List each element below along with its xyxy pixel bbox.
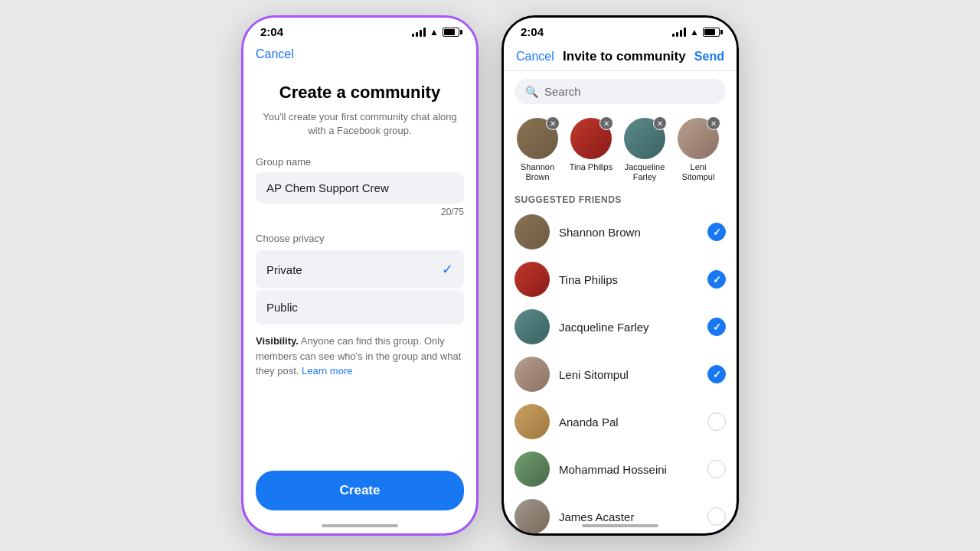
jacqueline-checkbox[interactable] — [707, 318, 726, 336]
selected-friend-shannon: ✕ Shannon Brown — [514, 118, 560, 182]
privacy-option-private[interactable]: Private ✓ — [256, 250, 464, 289]
right-status-icons: ▲ — [672, 27, 720, 37]
right-status-bar: 2:04 ▲ — [504, 18, 737, 41]
remove-leni-button[interactable]: ✕ — [707, 116, 720, 130]
choose-privacy-label: Choose privacy — [256, 233, 464, 244]
mohammad-checkbox[interactable] — [707, 460, 726, 478]
friend-row-mohammad[interactable]: Mohammad Hosseini — [504, 445, 737, 493]
search-icon: 🔍 — [525, 86, 538, 98]
group-name-input[interactable] — [256, 172, 464, 204]
right-wifi-icon: ▲ — [690, 27, 699, 37]
remove-tina-button[interactable]: ✕ — [599, 116, 613, 130]
friend-row-james[interactable]: James Acaster — [504, 493, 737, 536]
leni-checkbox[interactable] — [707, 365, 726, 383]
friend-row-jacqueline[interactable]: Jacqueline Farley — [504, 303, 737, 350]
group-name-label: Group name — [256, 156, 464, 168]
wifi-icon: ▲ — [430, 27, 439, 37]
suggested-friends-header: SUGGESTED FRIENDS — [504, 188, 737, 208]
ananda-list-avatar — [514, 404, 550, 439]
create-button[interactable]: Create — [256, 471, 464, 510]
search-bar[interactable]: 🔍 Search — [514, 79, 726, 104]
send-button[interactable]: Send — [694, 50, 724, 64]
jacqueline-list-avatar — [514, 309, 550, 344]
selected-friends-row: ✕ Shannon Brown ✕ Tina Philips ✕ Jacquel… — [504, 112, 737, 188]
mohammad-name: Mohammad Hosseini — [559, 463, 707, 476]
right-battery-icon — [703, 28, 720, 37]
shannon-name: Shannon Brown — [559, 226, 707, 239]
selected-friend-tina: ✕ Tina Philips — [568, 118, 614, 182]
learn-more-link[interactable]: Learn more — [302, 365, 352, 377]
community-subtitle: You'll create your first community chat … — [256, 110, 464, 138]
selected-friend-jacqueline: ✕ Jacqueline Farley — [622, 118, 668, 182]
search-placeholder: Search — [544, 85, 581, 98]
left-nav-bar: Cancel — [243, 41, 476, 67]
signal-bars — [412, 28, 426, 37]
community-title: Create a community — [256, 83, 464, 103]
privacy-options: Private ✓ Public — [256, 250, 464, 324]
friend-row-ananda[interactable]: Ananda Pal — [504, 398, 737, 445]
friend-list: Shannon Brown Tina Philips Jacqueline Fa… — [504, 208, 737, 536]
remove-shannon-button[interactable]: ✕ — [546, 116, 560, 130]
ananda-checkbox[interactable] — [707, 412, 726, 431]
jacqueline-name: Jacqueline Farley — [559, 321, 707, 334]
mohammad-list-avatar — [514, 452, 550, 487]
james-checkbox[interactable] — [707, 507, 726, 526]
phones-container: 2:04 ▲ Cancel Create a community You' — [241, 15, 739, 536]
left-phone: 2:04 ▲ Cancel Create a community You' — [241, 15, 479, 536]
visibility-text: Visibility. Anyone can find this group. … — [256, 334, 464, 379]
left-time: 2:04 — [260, 25, 283, 38]
friend-row-tina[interactable]: Tina Philips — [504, 256, 737, 303]
friend-row-shannon[interactable]: Shannon Brown — [504, 208, 737, 256]
leni-name: Leni Sitompul — [559, 368, 707, 381]
remove-jacqueline-button[interactable]: ✕ — [653, 116, 667, 130]
privacy-option-public[interactable]: Public — [256, 290, 464, 324]
selected-friend-leni: ✕ Leni Sitompul — [675, 118, 721, 182]
home-indicator — [322, 524, 398, 527]
left-page-content: Create a community You'll create your fi… — [243, 67, 476, 394]
tina-checkbox[interactable] — [707, 270, 726, 289]
invite-nav: Cancel Invite to community Send — [504, 41, 737, 71]
shannon-list-avatar — [514, 214, 550, 249]
right-home-indicator — [582, 524, 658, 527]
right-time: 2:04 — [521, 25, 544, 38]
left-status-icons: ▲ — [412, 27, 459, 37]
friend-row-leni[interactable]: Leni Sitompul — [504, 350, 737, 398]
left-status-bar: 2:04 ▲ — [243, 18, 476, 41]
invite-title: Invite to community — [563, 49, 686, 64]
private-checkmark: ✓ — [442, 261, 453, 278]
battery-icon — [443, 28, 459, 37]
right-phone: 2:04 ▲ Cancel Invite to community Send — [501, 15, 739, 536]
james-list-avatar — [514, 499, 550, 534]
tina-name: Tina Philips — [559, 273, 707, 286]
james-name: James Acaster — [559, 510, 707, 523]
leni-list-avatar — [514, 357, 550, 392]
right-signal-bars — [672, 28, 686, 37]
right-cancel-button[interactable]: Cancel — [516, 50, 554, 64]
tina-list-avatar — [514, 262, 550, 297]
char-count: 20/75 — [256, 207, 464, 217]
ananda-name: Ananda Pal — [559, 416, 707, 429]
shannon-checkbox[interactable] — [707, 223, 726, 241]
left-cancel-button[interactable]: Cancel — [256, 47, 294, 61]
